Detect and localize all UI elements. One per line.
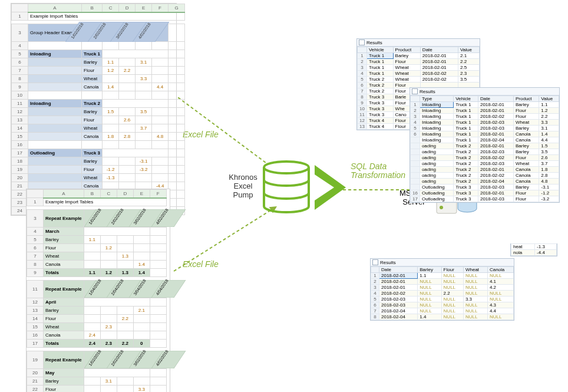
col-header: G: [169, 4, 185, 12]
grid-icon: [372, 259, 378, 265]
database-cylinder: Khronos Excel Pump: [262, 160, 311, 213]
results-col: Value: [539, 96, 559, 102]
results-titlebar: Results: [357, 39, 480, 47]
col-header: [12, 4, 28, 12]
col-header: F: [152, 4, 169, 12]
results-col: Vehicle: [366, 47, 393, 53]
results-col: [371, 267, 379, 273]
col-header: C: [100, 190, 117, 198]
results-col: Canola: [487, 267, 513, 273]
col-header: E: [136, 4, 152, 12]
results-window-3: ResultsDateBarleyFlourWheatCanola12018-0…: [370, 258, 514, 321]
col-header: [27, 190, 44, 198]
results-col: Value: [458, 47, 480, 53]
svg-point-4: [440, 206, 443, 209]
col-header: B: [84, 190, 100, 198]
col-header: D: [119, 4, 136, 12]
results-col: Wheat: [463, 267, 487, 273]
results-col: Product: [393, 47, 420, 53]
results-col: Date: [478, 96, 513, 102]
results-window-2: ResultsTypeVehicleDateProductValue1Inloa…: [410, 87, 560, 203]
results-col: Date: [420, 47, 458, 53]
col-header: B: [82, 4, 103, 12]
label-excel-file-2: Excel File: [183, 259, 219, 269]
big-arrow-icon: [313, 164, 349, 212]
col-header: C: [103, 4, 119, 12]
label-sql-data: SQL Data Transformation: [351, 162, 405, 180]
col-header: E: [133, 190, 150, 198]
results-titlebar: Results: [410, 88, 559, 95]
col-header: A: [28, 4, 82, 12]
results-col: [358, 47, 367, 53]
diag-header-1: 1/02/20182/02/20183/02/20184/02/2018: [65, 22, 171, 42]
results-col: Product: [513, 96, 539, 102]
excel-sheet-2: ABCDEF1Example Import Tables3Repeat Exam…: [26, 189, 170, 392]
diagram: Excel File Excel File SQL Data Transform…: [0, 0, 568, 392]
results-titlebar: Results: [371, 259, 514, 266]
results-col: [411, 96, 420, 102]
results-col: Barley: [418, 267, 441, 273]
db-label: Khronos Excel Pump: [227, 173, 259, 200]
col-header: A: [44, 190, 84, 198]
sheet-title: Example Import Tables: [28, 12, 185, 21]
results-col: Date: [379, 267, 418, 273]
grid-icon: [359, 39, 365, 45]
grid-icon: [412, 88, 418, 94]
col-header: D: [117, 190, 133, 198]
results-col: Vehicle: [454, 96, 478, 102]
results-col: Type: [420, 96, 453, 102]
col-header: F: [150, 190, 166, 198]
results-window-2-extra: heat-1.3nola-4.4: [510, 243, 557, 256]
results-col: Flour: [441, 267, 463, 273]
label-excel-file-1: Excel File: [183, 130, 219, 139]
svg-point-0: [264, 162, 309, 173]
